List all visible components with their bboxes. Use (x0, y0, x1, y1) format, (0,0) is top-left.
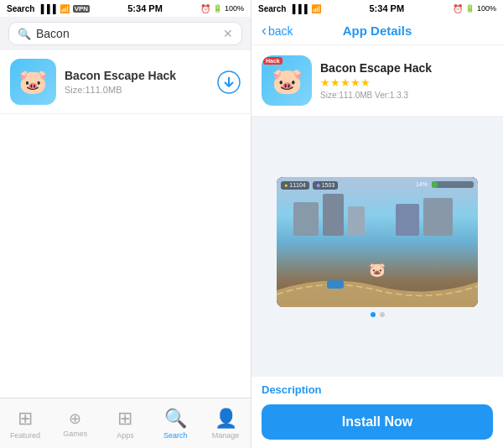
right-signal-icon: ▐▐▐ (289, 4, 307, 13)
progress-label: 14% (416, 181, 428, 187)
games-icon: ⊕ (69, 409, 81, 428)
right-wifi-icon: 📶 (311, 4, 321, 13)
app-detail-info: Hack 🐷 Bacon Escape Hack ★★★★★ Size:111.… (252, 45, 503, 117)
left-vpn-badge: VPN (73, 5, 90, 13)
search-container: 🔍 ✕ (0, 17, 251, 50)
gem-icon: ◆ (316, 182, 320, 189)
search-clear-icon[interactable]: ✕ (223, 27, 233, 40)
left-status-right: ⏰ 🔋 100% (200, 4, 244, 13)
search-nav-icon: 🔍 (164, 408, 187, 430)
building-3 (348, 206, 365, 236)
app-icon: 🐷 (10, 59, 56, 105)
left-alarm-icon: ⏰ (200, 4, 210, 13)
install-icon[interactable] (217, 70, 241, 94)
app-list: 🐷 Bacon Escape Hack Size:111.0MB (0, 50, 251, 398)
right-time: 5:34 PM (370, 3, 405, 13)
left-signal-icon: ▐▐▐ (38, 4, 55, 13)
right-app-icon: Hack 🐷 (262, 55, 312, 106)
pig-emoji-icon: 🐷 (18, 68, 48, 96)
dot-2 (380, 312, 385, 317)
right-status-right: ⏰ 🔋 100% (453, 4, 496, 13)
app-info: Bacon Escape Hack Size:111.0MB (65, 69, 209, 95)
left-status-left: Search ▐▐▐ 📶 VPN (7, 4, 90, 13)
search-nav-label: Search (163, 431, 188, 440)
right-battery-icon: 🔋 (465, 4, 474, 13)
nav-featured[interactable]: ⊞ Featured (0, 408, 50, 440)
app-size: Size:111.0MB (65, 85, 209, 95)
app-meta: Size:111.0MB Ver:1.3.3 (320, 91, 493, 100)
right-app-name: Search (258, 4, 286, 13)
description-label: Description (252, 377, 503, 399)
back-chevron-icon: ‹ (262, 22, 267, 39)
back-label: back (268, 24, 293, 38)
right-status-bar: Search ▐▐▐ 📶 5:34 PM ⏰ 🔋 100% (252, 0, 503, 17)
nav-apps[interactable]: ⊞ Apps (101, 408, 151, 440)
right-header: ‹ back App Details (252, 17, 503, 45)
app-detail-text: Bacon Escape Hack ★★★★★ Size:111.0MB Ver… (320, 61, 493, 100)
search-bar[interactable]: 🔍 ✕ (8, 22, 242, 45)
games-label: Games (63, 430, 87, 438)
screenshot-frame: 🐷 ● 11104 ◆ 1503 14% (277, 177, 478, 307)
right-battery-label: 100% (477, 4, 496, 13)
apps-label: Apps (117, 431, 134, 440)
progress-bar (432, 181, 474, 188)
car-icon (327, 280, 344, 289)
install-now-button[interactable]: Install Now (262, 404, 493, 440)
right-alarm-icon: ⏰ (453, 4, 463, 13)
coin-icon: ● (284, 182, 288, 188)
pig-character: 🐷 (369, 262, 386, 278)
building-4 (423, 198, 453, 236)
road-svg (277, 248, 478, 307)
hud-coins: ● 11104 (281, 181, 309, 190)
left-app-name: Search (7, 4, 34, 13)
manage-label: Manage (212, 431, 240, 440)
hud-gem-value: 1503 (322, 182, 335, 188)
progress-fill (432, 181, 438, 188)
featured-label: Featured (10, 431, 40, 440)
dots-indicator (371, 312, 385, 317)
hack-badge: Hack (263, 57, 283, 65)
bottom-nav: ⊞ Featured ⊕ Games ⊞ Apps 🔍 Search 👤 Man… (0, 398, 251, 448)
left-panel: Search ▐▐▐ 📶 VPN 5:34 PM ⏰ 🔋 100% 🔍 ✕ 🐷 … (0, 0, 252, 448)
right-pig-emoji: 🐷 (272, 66, 303, 96)
hud-gems: ◆ 1503 (313, 181, 339, 190)
left-battery-label: 100% (225, 4, 244, 13)
left-time: 5:34 PM (127, 3, 163, 13)
search-input[interactable] (36, 27, 218, 40)
right-app-size: Size:111.0MB (320, 91, 372, 100)
search-icon: 🔍 (18, 28, 31, 40)
building-1 (293, 202, 319, 236)
app-list-item[interactable]: 🐷 Bacon Escape Hack Size:111.0MB (0, 50, 251, 114)
star-rating: ★★★★★ (320, 76, 493, 89)
right-status-left: Search ▐▐▐ 📶 (258, 4, 321, 13)
game-hud: ● 11104 ◆ 1503 (281, 181, 338, 190)
nav-manage[interactable]: 👤 Manage (200, 408, 251, 440)
screenshot-area: 🐷 ● 11104 ◆ 1503 14% (252, 117, 503, 377)
page-title: App Details (343, 23, 412, 38)
right-app-name: Bacon Escape Hack (320, 61, 493, 75)
dot-1 (371, 312, 376, 317)
right-app-version: Ver:1.3.3 (375, 91, 408, 100)
left-status-bar: Search ▐▐▐ 📶 VPN 5:34 PM ⏰ 🔋 100% (0, 0, 251, 17)
app-name: Bacon Escape Hack (65, 69, 209, 82)
back-button[interactable]: ‹ back (262, 22, 293, 39)
building-2 (323, 194, 344, 236)
nav-search[interactable]: 🔍 Search (150, 408, 200, 440)
game-scene: 🐷 ● 11104 ◆ 1503 14% (277, 177, 478, 307)
right-panel: Search ▐▐▐ 📶 5:34 PM ⏰ 🔋 100% ‹ back App… (252, 0, 503, 448)
apps-icon: ⊞ (117, 408, 132, 430)
hud-coin-value: 11104 (289, 182, 305, 188)
nav-games[interactable]: ⊕ Games (50, 409, 101, 438)
left-battery-icon: 🔋 (213, 4, 222, 13)
building-5 (396, 204, 419, 236)
manage-icon: 👤 (215, 408, 237, 430)
left-wifi-icon: 📶 (60, 4, 70, 13)
featured-icon: ⊞ (18, 408, 33, 430)
